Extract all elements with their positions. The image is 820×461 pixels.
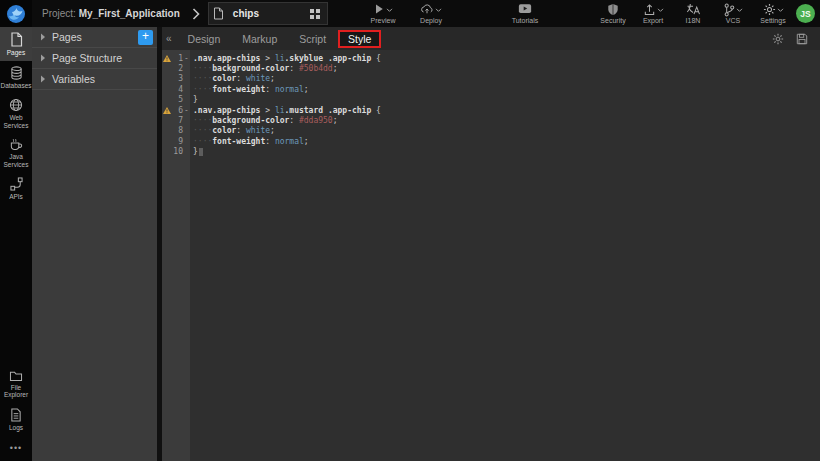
editor-tabbar-actions bbox=[772, 33, 820, 45]
save-icon[interactable] bbox=[796, 33, 808, 45]
preview-button[interactable]: Preview bbox=[368, 3, 398, 24]
panel-section-pages[interactable]: Pages+ bbox=[32, 27, 157, 48]
token-punctuation: ; bbox=[270, 126, 275, 135]
code-line-6[interactable]: .nav.app-chips > li.mustard .app-chip { bbox=[193, 105, 820, 115]
fold-toggle[interactable]: - bbox=[183, 106, 190, 115]
code-line-2[interactable]: ····background-color: #50b4dd; bbox=[193, 63, 820, 73]
video-icon bbox=[518, 3, 532, 14]
line-number: 2 bbox=[171, 64, 183, 73]
tab-design[interactable]: Design bbox=[178, 30, 231, 48]
token-punctuation: : bbox=[265, 137, 275, 146]
style-code-editor[interactable]: 1-23456-78910 .nav.app-chips > li.skyblu… bbox=[162, 50, 820, 461]
sidebar-item-web-services[interactable]: Web Services bbox=[0, 93, 32, 133]
editor-tab-bar: « DesignMarkupScriptStyle bbox=[162, 27, 820, 50]
add-page-button[interactable]: + bbox=[138, 30, 153, 45]
security-iconrow bbox=[607, 3, 619, 16]
i18n-button[interactable]: I18N bbox=[678, 3, 708, 24]
code-line-5[interactable]: } bbox=[193, 95, 820, 105]
grid-icon[interactable] bbox=[310, 9, 320, 19]
sidebar-item-java-services[interactable]: Java Services bbox=[0, 133, 32, 172]
project-label: Project: bbox=[42, 8, 76, 19]
project-name[interactable]: My_First_Application bbox=[79, 8, 180, 19]
export-button[interactable]: Export bbox=[638, 3, 668, 24]
sidebar-item-pages[interactable]: Pages bbox=[0, 27, 32, 61]
page-structure-expand-caret-icon[interactable] bbox=[40, 54, 46, 62]
sidebar-more-button[interactable]: ••• bbox=[0, 435, 32, 461]
theme-gear-icon[interactable] bbox=[772, 33, 784, 45]
preview-label: Preview bbox=[371, 17, 396, 24]
gutter-line-10: 10 bbox=[162, 147, 190, 157]
code-line-10[interactable]: } bbox=[193, 147, 820, 157]
code-line-9[interactable]: ····font-weight: normal; bbox=[193, 136, 820, 146]
panel-section-variables[interactable]: Variables bbox=[32, 69, 157, 90]
token-indent-dots: ···· bbox=[193, 64, 212, 73]
wavemaker-studio: Project: My_First_Application chips Prev… bbox=[0, 0, 820, 461]
sidebar-item-apis[interactable]: APIs bbox=[0, 172, 32, 205]
token-punctuation: : bbox=[289, 64, 299, 73]
toolbar-right-actions: SecurityExportI18NVCSSettings bbox=[598, 0, 788, 27]
tab-script[interactable]: Script bbox=[289, 30, 336, 48]
preview-dropdown-caret-icon[interactable] bbox=[386, 8, 393, 13]
user-avatar[interactable]: JS bbox=[796, 4, 815, 23]
token-hex-value: #dda950 bbox=[299, 116, 333, 125]
line-number: 6 bbox=[171, 106, 183, 115]
gutter-line-3: 3 bbox=[162, 74, 190, 84]
sidebar-item-logs[interactable]: Logs bbox=[0, 403, 32, 436]
code-line-1[interactable]: .nav.app-chips > li.skyblue .app-chip { bbox=[193, 53, 820, 63]
token-indent-dots: ···· bbox=[193, 85, 212, 94]
editor-code-area[interactable]: .nav.app-chips > li.skyblue .app-chip {·… bbox=[190, 50, 820, 461]
warning-icon bbox=[162, 107, 171, 114]
code-line-4[interactable]: ····font-weight: normal; bbox=[193, 84, 820, 94]
tutorials-button[interactable]: Tutorials bbox=[510, 3, 540, 24]
vcs-dropdown-caret-icon[interactable] bbox=[736, 8, 743, 13]
tab-markup[interactable]: Markup bbox=[232, 30, 287, 48]
token-property: font-weight bbox=[212, 137, 265, 146]
warning-icon bbox=[162, 55, 171, 62]
token-indent-dots: ···· bbox=[193, 126, 212, 135]
coffee-icon bbox=[9, 138, 23, 151]
pages-expand-caret-icon[interactable] bbox=[40, 33, 46, 41]
sidebar-item-java-services-label: Java Services bbox=[0, 153, 32, 168]
deploy-dropdown-caret-icon[interactable] bbox=[435, 8, 442, 13]
deploy-button[interactable]: Deploy bbox=[416, 3, 446, 24]
deploy-iconrow bbox=[420, 3, 442, 16]
token-keyword-value: normal bbox=[275, 137, 304, 146]
code-line-8[interactable]: ····color: white; bbox=[193, 126, 820, 136]
security-label: Security bbox=[600, 17, 625, 24]
i18n-iconrow bbox=[686, 3, 701, 16]
sidebar-item-file-explorer[interactable]: File Explorer bbox=[0, 365, 32, 403]
top-bar: Project: My_First_Application chips Prev… bbox=[0, 0, 820, 27]
variables-expand-caret-icon[interactable] bbox=[40, 75, 46, 83]
collapse-panel-button[interactable]: « bbox=[162, 33, 177, 44]
vcs-button[interactable]: VCS bbox=[718, 3, 748, 24]
sidebar-item-apis-label: APIs bbox=[9, 193, 23, 201]
settings-dropdown-caret-icon[interactable] bbox=[777, 8, 784, 13]
globe-icon bbox=[9, 98, 23, 112]
settings-button[interactable]: Settings bbox=[758, 3, 788, 24]
vcs-iconrow bbox=[723, 3, 743, 16]
app-logo[interactable] bbox=[0, 0, 32, 27]
deploy-label: Deploy bbox=[420, 17, 442, 24]
token-punctuation: { bbox=[371, 54, 381, 63]
panel-section-page-structure[interactable]: Page Structure bbox=[32, 48, 157, 69]
open-file-tab-chips[interactable]: chips bbox=[208, 2, 328, 25]
panel-section-variables-label: Variables bbox=[52, 73, 157, 85]
i18n-label: I18N bbox=[686, 17, 701, 24]
sidebar-item-web-services-label: Web Services bbox=[0, 114, 32, 129]
export-iconrow bbox=[643, 3, 664, 16]
code-line-3[interactable]: ····color: white; bbox=[193, 74, 820, 84]
folder-icon bbox=[9, 370, 23, 382]
security-button[interactable]: Security bbox=[598, 3, 628, 24]
toolbar-center-actions: PreviewDeployTutorials bbox=[368, 0, 540, 27]
export-dropdown-caret-icon[interactable] bbox=[657, 8, 664, 13]
export-label: Export bbox=[643, 17, 663, 24]
token-punctuation: : bbox=[236, 126, 246, 135]
code-line-7[interactable]: ····background-color: #dda950; bbox=[193, 115, 820, 125]
line-number: 1 bbox=[171, 54, 183, 63]
gutter-line-2: 2 bbox=[162, 63, 190, 73]
token-hex-value: #50b4dd bbox=[299, 64, 333, 73]
tab-style[interactable]: Style bbox=[338, 30, 381, 48]
file-icon bbox=[209, 7, 229, 20]
sidebar-item-databases[interactable]: Databases bbox=[0, 61, 32, 94]
fold-toggle[interactable]: - bbox=[183, 54, 190, 63]
